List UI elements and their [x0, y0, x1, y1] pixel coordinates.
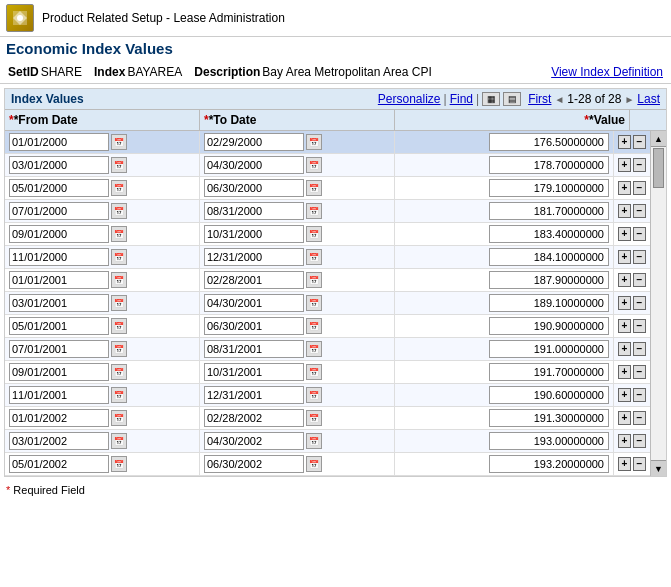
from-date-calendar-btn[interactable]: 📅: [111, 249, 127, 265]
to-date-input[interactable]: [204, 409, 304, 427]
from-date-calendar-btn[interactable]: 📅: [111, 272, 127, 288]
to-date-calendar-btn[interactable]: 📅: [306, 203, 322, 219]
from-date-calendar-btn[interactable]: 📅: [111, 134, 127, 150]
from-date-input[interactable]: [9, 156, 109, 174]
to-date-calendar-btn[interactable]: 📅: [306, 249, 322, 265]
to-date-input[interactable]: [204, 133, 304, 151]
nav-first[interactable]: First: [528, 92, 551, 106]
from-date-calendar-btn[interactable]: 📅: [111, 295, 127, 311]
add-row-btn[interactable]: +: [618, 250, 631, 264]
value-input[interactable]: [489, 202, 609, 220]
delete-row-btn[interactable]: −: [633, 365, 646, 379]
from-date-calendar-btn[interactable]: 📅: [111, 180, 127, 196]
from-date-input[interactable]: [9, 340, 109, 358]
value-input[interactable]: [489, 386, 609, 404]
to-date-input[interactable]: [204, 363, 304, 381]
delete-row-btn[interactable]: −: [633, 135, 646, 149]
from-date-calendar-btn[interactable]: 📅: [111, 226, 127, 242]
to-date-calendar-btn[interactable]: 📅: [306, 295, 322, 311]
from-date-calendar-btn[interactable]: 📅: [111, 318, 127, 334]
delete-row-btn[interactable]: −: [633, 319, 646, 333]
to-date-input[interactable]: [204, 455, 304, 473]
add-row-btn[interactable]: +: [618, 434, 631, 448]
value-input[interactable]: [489, 340, 609, 358]
value-input[interactable]: [489, 294, 609, 312]
value-input[interactable]: [489, 179, 609, 197]
from-date-input[interactable]: [9, 432, 109, 450]
from-date-input[interactable]: [9, 386, 109, 404]
scroll-thumb[interactable]: [653, 148, 664, 188]
to-date-calendar-btn[interactable]: 📅: [306, 134, 322, 150]
grid-view-icon[interactable]: ▦: [482, 92, 500, 106]
delete-row-btn[interactable]: −: [633, 434, 646, 448]
value-input[interactable]: [489, 248, 609, 266]
add-row-btn[interactable]: +: [618, 457, 631, 471]
to-date-input[interactable]: [204, 156, 304, 174]
to-date-calendar-btn[interactable]: 📅: [306, 272, 322, 288]
from-date-calendar-btn[interactable]: 📅: [111, 341, 127, 357]
value-input[interactable]: [489, 225, 609, 243]
delete-row-btn[interactable]: −: [633, 457, 646, 471]
to-date-input[interactable]: [204, 225, 304, 243]
add-row-btn[interactable]: +: [618, 227, 631, 241]
from-date-calendar-btn[interactable]: 📅: [111, 410, 127, 426]
add-row-btn[interactable]: +: [618, 181, 631, 195]
value-input[interactable]: [489, 317, 609, 335]
from-date-input[interactable]: [9, 363, 109, 381]
delete-row-btn[interactable]: −: [633, 296, 646, 310]
value-input[interactable]: [489, 271, 609, 289]
nav-prev-icon[interactable]: ◄: [554, 94, 564, 105]
delete-row-btn[interactable]: −: [633, 273, 646, 287]
value-input[interactable]: [489, 133, 609, 151]
scroll-up-btn[interactable]: ▲: [651, 131, 666, 147]
from-date-input[interactable]: [9, 271, 109, 289]
spreadsheet-icon[interactable]: ▤: [503, 92, 521, 106]
to-date-input[interactable]: [204, 317, 304, 335]
from-date-input[interactable]: [9, 409, 109, 427]
delete-row-btn[interactable]: −: [633, 204, 646, 218]
to-date-calendar-btn[interactable]: 📅: [306, 341, 322, 357]
value-input[interactable]: [489, 363, 609, 381]
from-date-input[interactable]: [9, 225, 109, 243]
find-link[interactable]: Find: [450, 92, 473, 106]
from-date-input[interactable]: [9, 202, 109, 220]
to-date-input[interactable]: [204, 432, 304, 450]
to-date-calendar-btn[interactable]: 📅: [306, 410, 322, 426]
value-input[interactable]: [489, 409, 609, 427]
add-row-btn[interactable]: +: [618, 296, 631, 310]
scroll-down-btn[interactable]: ▼: [651, 460, 666, 476]
to-date-input[interactable]: [204, 248, 304, 266]
to-date-calendar-btn[interactable]: 📅: [306, 157, 322, 173]
delete-row-btn[interactable]: −: [633, 181, 646, 195]
from-date-calendar-btn[interactable]: 📅: [111, 456, 127, 472]
delete-row-btn[interactable]: −: [633, 158, 646, 172]
delete-row-btn[interactable]: −: [633, 250, 646, 264]
scrollbar[interactable]: ▲ ▼: [650, 131, 666, 476]
from-date-calendar-btn[interactable]: 📅: [111, 203, 127, 219]
add-row-btn[interactable]: +: [618, 411, 631, 425]
delete-row-btn[interactable]: −: [633, 227, 646, 241]
from-date-input[interactable]: [9, 294, 109, 312]
to-date-calendar-btn[interactable]: 📅: [306, 180, 322, 196]
to-date-calendar-btn[interactable]: 📅: [306, 318, 322, 334]
value-input[interactable]: [489, 432, 609, 450]
to-date-input[interactable]: [204, 340, 304, 358]
from-date-input[interactable]: [9, 455, 109, 473]
nav-next-icon[interactable]: ►: [624, 94, 634, 105]
add-row-btn[interactable]: +: [618, 273, 631, 287]
from-date-calendar-btn[interactable]: 📅: [111, 157, 127, 173]
nav-last[interactable]: Last: [637, 92, 660, 106]
from-date-calendar-btn[interactable]: 📅: [111, 387, 127, 403]
add-row-btn[interactable]: +: [618, 135, 631, 149]
to-date-calendar-btn[interactable]: 📅: [306, 456, 322, 472]
add-row-btn[interactable]: +: [618, 319, 631, 333]
add-row-btn[interactable]: +: [618, 342, 631, 356]
to-date-calendar-btn[interactable]: 📅: [306, 387, 322, 403]
from-date-input[interactable]: [9, 179, 109, 197]
from-date-input[interactable]: [9, 133, 109, 151]
from-date-input[interactable]: [9, 317, 109, 335]
delete-row-btn[interactable]: −: [633, 411, 646, 425]
delete-row-btn[interactable]: −: [633, 342, 646, 356]
view-index-link[interactable]: View Index Definition: [551, 65, 663, 79]
to-date-input[interactable]: [204, 179, 304, 197]
